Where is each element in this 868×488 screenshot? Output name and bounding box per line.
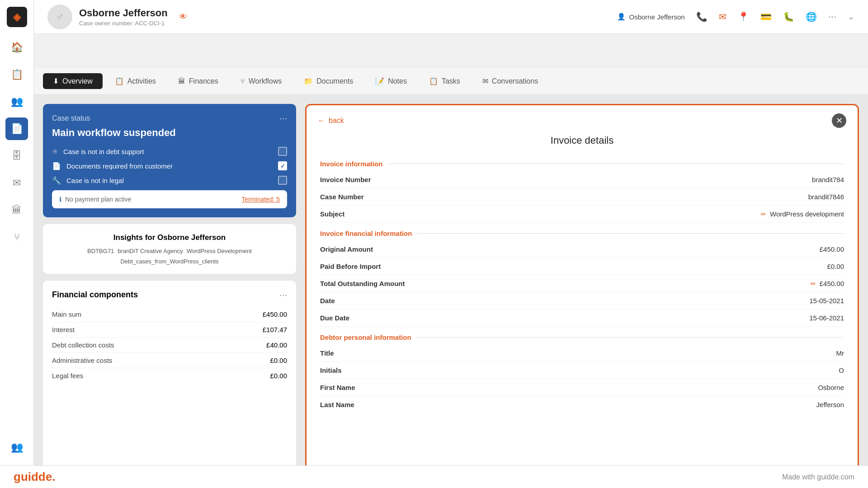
invoice-row-firstname: First Name Osborne bbox=[320, 379, 844, 396]
tab-tasks[interactable]: 📋 Tasks bbox=[419, 73, 470, 89]
tab-conversations-label: Conversations bbox=[492, 77, 538, 85]
insights-card: Insights for Osborne Jefferson BDTBG71 b… bbox=[43, 224, 296, 274]
back-label: back bbox=[329, 117, 344, 125]
invoice-body: Invoice information Invoice Number brand… bbox=[307, 153, 858, 488]
tab-bar: ⬇ Overview 📋 Activities 🏛 Finances ⑂ Wor… bbox=[34, 68, 868, 95]
case-status-more-icon[interactable]: ··· bbox=[279, 113, 287, 123]
sidebar-item-documents[interactable]: 📄 bbox=[5, 117, 28, 140]
close-button[interactable]: ✕ bbox=[832, 113, 846, 128]
section-financial-info: Invoice financial information bbox=[320, 230, 844, 237]
back-button[interactable]: ← back bbox=[318, 117, 344, 125]
info-icon: ℹ bbox=[59, 196, 61, 203]
app-logo[interactable]: ◈ bbox=[7, 7, 27, 27]
case-owner-details: Osborne Jefferson Case owner number: ACC… bbox=[79, 7, 168, 27]
subject-edit-icon[interactable]: ✏ bbox=[761, 211, 766, 218]
financial-row-collection: Debt collection costs £40.00 bbox=[52, 338, 287, 353]
financial-row-legal: Legal fees £0.00 bbox=[52, 368, 287, 383]
watch-icon[interactable]: 👁 bbox=[179, 12, 187, 22]
globe-icon[interactable]: 🌐 bbox=[806, 11, 817, 22]
insights-tags: BDTBG71 branDiT Creative Agency WordPres… bbox=[52, 248, 287, 265]
sidebar-item-cases[interactable]: 📋 bbox=[5, 63, 28, 86]
email-icon[interactable]: ✉ bbox=[719, 11, 726, 22]
title-value: Mr bbox=[836, 349, 844, 357]
sidebar-item-contacts[interactable]: 👥 bbox=[5, 90, 28, 113]
person-icon: 👤 bbox=[617, 13, 626, 21]
financial-value-collection: £40.00 bbox=[266, 341, 287, 349]
bottom-bar: guidde. Made with guidde.com bbox=[0, 465, 868, 488]
tab-notes-icon: 📝 bbox=[375, 77, 384, 85]
financial-value-legal: £0.00 bbox=[270, 372, 287, 380]
invoice-case-value: brandit7846 bbox=[808, 193, 844, 201]
financial-header: Financial components ··· bbox=[52, 290, 287, 300]
status-debt-checkbox[interactable] bbox=[278, 147, 287, 156]
card-icon[interactable]: 💳 bbox=[760, 11, 772, 22]
tag-bdtbg[interactable]: BDTBG71 bbox=[87, 248, 114, 254]
case-status-header: Case status ··· bbox=[52, 113, 287, 123]
tab-overview[interactable]: ⬇ Overview bbox=[43, 73, 103, 89]
status-item-legal: 🔧 Case is not in legal bbox=[52, 176, 287, 185]
tab-notes[interactable]: 📝 Notes bbox=[365, 73, 417, 89]
tab-documents-label: Documents bbox=[316, 77, 353, 85]
tab-conversations[interactable]: ✉ Conversations bbox=[472, 73, 548, 89]
invoice-case-label: Case Number bbox=[320, 193, 364, 201]
tab-workflows-label: Workflows bbox=[249, 77, 282, 85]
outstanding-value: ✏ £450.00 bbox=[811, 280, 844, 287]
status-docs-checkbox[interactable] bbox=[278, 161, 287, 170]
tag-debt-cases[interactable]: Debt_cases_from_WordPress_clients bbox=[120, 258, 218, 265]
financial-label-collection: Debt collection costs bbox=[52, 341, 114, 349]
chevron-down-icon[interactable]: ⌄ bbox=[848, 12, 854, 22]
invoice-row-original: Original Amount £450.00 bbox=[320, 241, 844, 258]
invoice-number-label: Invoice Number bbox=[320, 176, 371, 183]
tab-conversations-icon: ✉ bbox=[482, 77, 488, 85]
status-docs-text: Documents required from customer bbox=[66, 162, 273, 170]
outstanding-edit-icon[interactable]: ✏ bbox=[811, 280, 816, 287]
sidebar-item-mail[interactable]: ✉ bbox=[5, 172, 28, 194]
tab-documents[interactable]: 📁 Documents bbox=[294, 73, 363, 89]
bug-icon[interactable]: 🐛 bbox=[783, 11, 794, 22]
original-amount-label: Original Amount bbox=[320, 245, 373, 253]
sidebar-item-finance[interactable]: 🏛 bbox=[5, 199, 28, 221]
firstname-label: First Name bbox=[320, 384, 355, 391]
tab-tasks-label: Tasks bbox=[442, 77, 460, 85]
financial-label-admin: Administrative costs bbox=[52, 357, 112, 364]
status-debt-icon: ✳ bbox=[52, 147, 58, 156]
initials-label: Initials bbox=[320, 366, 342, 374]
location-icon[interactable]: 📍 bbox=[738, 11, 749, 22]
sidebar-item-home[interactable]: 🏠 bbox=[5, 36, 28, 59]
terminated-link[interactable]: Terminated: 5 bbox=[241, 196, 280, 203]
invoice-row-title: Title Mr bbox=[320, 345, 844, 362]
status-legal-checkbox[interactable] bbox=[278, 176, 287, 185]
made-with-text: Made with guidde.com bbox=[782, 473, 854, 481]
more-options-icon[interactable]: ··· bbox=[828, 11, 836, 23]
section-invoice-info: Invoice information bbox=[320, 160, 844, 168]
financial-more-icon[interactable]: ··· bbox=[279, 290, 287, 300]
invoice-row-outstanding: Total Outstanding Amount ✏ £450.00 bbox=[320, 275, 844, 292]
sidebar-item-workflows[interactable]: ⑂ bbox=[5, 226, 28, 249]
tab-workflows-icon: ⑂ bbox=[241, 77, 245, 85]
invoice-subject-label: Subject bbox=[320, 210, 344, 218]
case-header-info: ♂ Osborne Jefferson Case owner number: A… bbox=[47, 5, 187, 29]
header-person-name: Osborne Jefferson bbox=[629, 13, 685, 21]
tab-finances-icon: 🏛 bbox=[178, 77, 185, 85]
invoice-row-subject: Subject ✏ WordPress development bbox=[320, 206, 844, 223]
case-owner-avatar: ♂ bbox=[47, 5, 72, 29]
sidebar-item-database[interactable]: 🗄 bbox=[5, 145, 28, 167]
tab-workflows[interactable]: ⑂ Workflows bbox=[231, 74, 292, 89]
financial-label-interest: Interest bbox=[52, 326, 75, 333]
tab-finances[interactable]: 🏛 Finances bbox=[168, 74, 228, 89]
insights-title: Insights for Osborne Jefferson bbox=[52, 233, 287, 242]
phone-icon[interactable]: 📞 bbox=[696, 11, 708, 22]
invoice-row-lastname: Last Name Jefferson bbox=[320, 396, 844, 413]
tag-brandit[interactable]: branDiT Creative Agency bbox=[118, 248, 183, 254]
sidebar-item-users[interactable]: 👥 bbox=[5, 436, 28, 459]
invoice-row-date: Date 15-05-2021 bbox=[320, 292, 844, 310]
tab-activities[interactable]: 📋 Activities bbox=[105, 73, 166, 89]
back-arrow-icon: ← bbox=[318, 117, 325, 125]
invoice-row-number: Invoice Number brandit784 bbox=[320, 171, 844, 188]
no-plan-text: No payment plan active bbox=[65, 196, 131, 203]
logo-symbol: ◈ bbox=[13, 11, 21, 23]
outstanding-label: Total Outstanding Amount bbox=[320, 280, 405, 287]
top-header: ♂ Osborne Jefferson Case owner number: A… bbox=[34, 0, 868, 34]
case-status-card: Case status ··· Main workflow suspended … bbox=[43, 104, 296, 217]
tag-wordpress[interactable]: WordPress Development bbox=[187, 248, 252, 254]
